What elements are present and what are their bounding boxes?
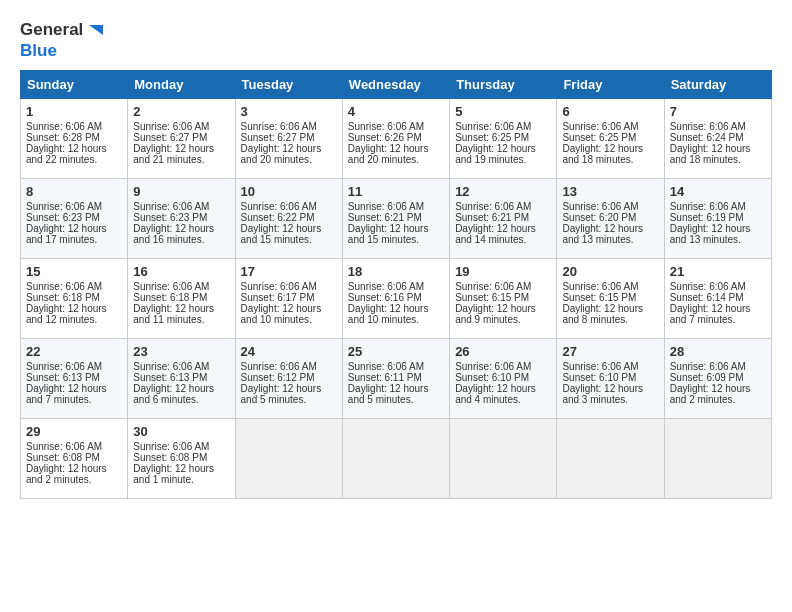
- calendar-cell: 27Sunrise: 6:06 AMSunset: 6:10 PMDayligh…: [557, 339, 664, 419]
- day-number: 10: [241, 184, 337, 199]
- cell-line: Sunset: 6:19 PM: [670, 212, 766, 223]
- cell-line: Daylight: 12 hours: [455, 383, 551, 394]
- day-number: 18: [348, 264, 444, 279]
- day-number: 11: [348, 184, 444, 199]
- calendar-cell: 12Sunrise: 6:06 AMSunset: 6:21 PMDayligh…: [450, 179, 557, 259]
- day-number: 12: [455, 184, 551, 199]
- cell-line: Sunrise: 6:06 AM: [26, 201, 122, 212]
- weekday-header: Thursday: [450, 71, 557, 99]
- day-number: 27: [562, 344, 658, 359]
- cell-line: and 11 minutes.: [133, 314, 229, 325]
- cell-line: and 12 minutes.: [26, 314, 122, 325]
- cell-line: Sunset: 6:17 PM: [241, 292, 337, 303]
- cell-line: Sunrise: 6:06 AM: [455, 201, 551, 212]
- cell-line: and 5 minutes.: [348, 394, 444, 405]
- cell-line: Sunset: 6:15 PM: [455, 292, 551, 303]
- cell-line: and 7 minutes.: [670, 314, 766, 325]
- cell-line: Sunrise: 6:06 AM: [562, 281, 658, 292]
- calendar-cell: [450, 419, 557, 499]
- calendar-cell: 15Sunrise: 6:06 AMSunset: 6:18 PMDayligh…: [21, 259, 128, 339]
- logo: General Blue: [20, 20, 105, 60]
- cell-line: Sunrise: 6:06 AM: [670, 281, 766, 292]
- cell-line: Sunset: 6:13 PM: [133, 372, 229, 383]
- cell-line: Sunrise: 6:06 AM: [455, 361, 551, 372]
- calendar-cell: 25Sunrise: 6:06 AMSunset: 6:11 PMDayligh…: [342, 339, 449, 419]
- day-number: 17: [241, 264, 337, 279]
- day-number: 26: [455, 344, 551, 359]
- cell-line: Daylight: 12 hours: [455, 223, 551, 234]
- cell-line: and 2 minutes.: [670, 394, 766, 405]
- cell-line: Daylight: 12 hours: [26, 223, 122, 234]
- cell-line: Daylight: 12 hours: [670, 143, 766, 154]
- cell-line: Daylight: 12 hours: [26, 463, 122, 474]
- cell-line: Sunrise: 6:06 AM: [241, 281, 337, 292]
- cell-line: Sunrise: 6:06 AM: [670, 121, 766, 132]
- day-number: 2: [133, 104, 229, 119]
- cell-line: and 2 minutes.: [26, 474, 122, 485]
- cell-line: Daylight: 12 hours: [348, 143, 444, 154]
- day-number: 19: [455, 264, 551, 279]
- cell-line: Sunset: 6:13 PM: [26, 372, 122, 383]
- calendar-table: SundayMondayTuesdayWednesdayThursdayFrid…: [20, 70, 772, 499]
- logo-text: General Blue: [20, 20, 105, 60]
- calendar-cell: 18Sunrise: 6:06 AMSunset: 6:16 PMDayligh…: [342, 259, 449, 339]
- cell-line: Sunset: 6:14 PM: [670, 292, 766, 303]
- cell-line: Sunrise: 6:06 AM: [455, 281, 551, 292]
- cell-line: Sunrise: 6:06 AM: [133, 201, 229, 212]
- cell-line: Sunset: 6:21 PM: [348, 212, 444, 223]
- cell-line: Sunset: 6:25 PM: [562, 132, 658, 143]
- cell-line: and 18 minutes.: [670, 154, 766, 165]
- cell-line: Daylight: 12 hours: [26, 303, 122, 314]
- calendar-week-row: 1Sunrise: 6:06 AMSunset: 6:28 PMDaylight…: [21, 99, 772, 179]
- cell-line: Daylight: 12 hours: [26, 383, 122, 394]
- cell-line: and 20 minutes.: [348, 154, 444, 165]
- cell-line: Sunset: 6:20 PM: [562, 212, 658, 223]
- calendar-cell: [342, 419, 449, 499]
- cell-line: Sunset: 6:21 PM: [455, 212, 551, 223]
- day-number: 28: [670, 344, 766, 359]
- weekday-header: Friday: [557, 71, 664, 99]
- cell-line: Sunset: 6:16 PM: [348, 292, 444, 303]
- calendar-cell: 13Sunrise: 6:06 AMSunset: 6:20 PMDayligh…: [557, 179, 664, 259]
- calendar-week-row: 22Sunrise: 6:06 AMSunset: 6:13 PMDayligh…: [21, 339, 772, 419]
- cell-line: and 22 minutes.: [26, 154, 122, 165]
- cell-line: Daylight: 12 hours: [348, 383, 444, 394]
- cell-line: Sunrise: 6:06 AM: [133, 441, 229, 452]
- cell-line: and 18 minutes.: [562, 154, 658, 165]
- day-number: 8: [26, 184, 122, 199]
- cell-line: and 14 minutes.: [455, 234, 551, 245]
- calendar-week-row: 15Sunrise: 6:06 AMSunset: 6:18 PMDayligh…: [21, 259, 772, 339]
- cell-line: Daylight: 12 hours: [241, 383, 337, 394]
- cell-line: Sunrise: 6:06 AM: [562, 361, 658, 372]
- day-number: 29: [26, 424, 122, 439]
- cell-line: Sunset: 6:18 PM: [26, 292, 122, 303]
- cell-line: Daylight: 12 hours: [455, 303, 551, 314]
- calendar-cell: 11Sunrise: 6:06 AMSunset: 6:21 PMDayligh…: [342, 179, 449, 259]
- cell-line: and 10 minutes.: [348, 314, 444, 325]
- calendar-cell: 24Sunrise: 6:06 AMSunset: 6:12 PMDayligh…: [235, 339, 342, 419]
- cell-line: Daylight: 12 hours: [670, 223, 766, 234]
- cell-line: Sunrise: 6:06 AM: [26, 121, 122, 132]
- calendar-cell: 5Sunrise: 6:06 AMSunset: 6:25 PMDaylight…: [450, 99, 557, 179]
- cell-line: Sunrise: 6:06 AM: [133, 121, 229, 132]
- cell-line: Sunset: 6:22 PM: [241, 212, 337, 223]
- calendar-cell: 19Sunrise: 6:06 AMSunset: 6:15 PMDayligh…: [450, 259, 557, 339]
- day-number: 13: [562, 184, 658, 199]
- cell-line: Daylight: 12 hours: [562, 223, 658, 234]
- cell-line: Sunset: 6:08 PM: [26, 452, 122, 463]
- cell-line: Sunrise: 6:06 AM: [562, 121, 658, 132]
- cell-line: and 19 minutes.: [455, 154, 551, 165]
- cell-line: Sunset: 6:24 PM: [670, 132, 766, 143]
- cell-line: and 13 minutes.: [670, 234, 766, 245]
- cell-line: Sunset: 6:25 PM: [455, 132, 551, 143]
- cell-line: and 15 minutes.: [348, 234, 444, 245]
- cell-line: Daylight: 12 hours: [348, 303, 444, 314]
- cell-line: Daylight: 12 hours: [241, 223, 337, 234]
- cell-line: and 8 minutes.: [562, 314, 658, 325]
- cell-line: Sunset: 6:10 PM: [455, 372, 551, 383]
- day-number: 30: [133, 424, 229, 439]
- weekday-header: Tuesday: [235, 71, 342, 99]
- day-number: 24: [241, 344, 337, 359]
- day-number: 14: [670, 184, 766, 199]
- cell-line: and 21 minutes.: [133, 154, 229, 165]
